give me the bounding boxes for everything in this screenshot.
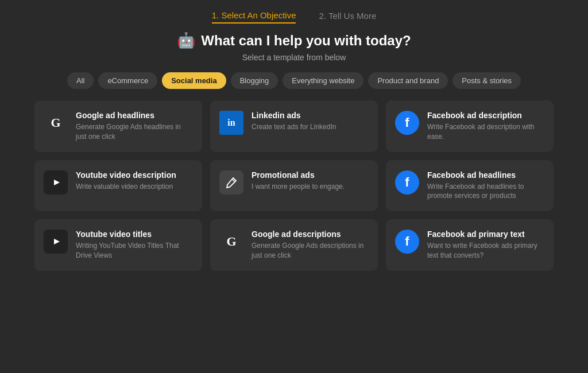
youtube-icon [44, 230, 68, 254]
card-description: Create text ads for LinkedIn [252, 122, 336, 132]
card-google-ad-headlines[interactable]: G Google ad headlines Generate Google Ad… [34, 100, 202, 152]
filter-all[interactable]: All [67, 72, 94, 89]
card-title: Google ad descriptions [252, 230, 369, 239]
card-facebook-ad-description[interactable]: f Facebook ad description Write Facebook… [386, 100, 554, 152]
filter-bar: All eCommerce Social media Blogging Ever… [67, 72, 521, 89]
card-title: Facebook ad headlines [427, 170, 544, 180]
step-1[interactable]: 1. Select An Objective [212, 10, 296, 24]
page-header: 🤖 What can I help you with today? Select… [177, 32, 411, 62]
facebook-icon: f [395, 111, 419, 135]
card-youtube-video-titles[interactable]: Youtube video titles Writing YouTube Vid… [34, 219, 202, 271]
card-title: Facebook ad primary text [427, 230, 544, 239]
youtube-icon [44, 170, 68, 195]
google-icon: G [219, 230, 243, 254]
filter-ecommerce[interactable]: eCommerce [98, 72, 157, 89]
card-title: Google ad headlines [76, 111, 193, 120]
step-2[interactable]: 2. Tell Us More [319, 11, 376, 23]
linkedin-icon: in [219, 111, 243, 135]
card-linkedin-ads[interactable]: in Linkedin ads Create text ads for Link… [210, 100, 378, 152]
card-description: Generate Google Ads headlines in just on… [76, 122, 193, 142]
card-title: Promotional ads [252, 170, 345, 180]
card-youtube-video-description[interactable]: Youtube video description Write valuable… [34, 160, 202, 212]
card-description: Write Facebook ad description with ease. [427, 122, 544, 142]
page-title: What can I help you with today? [201, 33, 411, 49]
card-description: I want more people to engage. [252, 182, 345, 192]
card-description: Want to write Facebook ads primary text … [427, 241, 544, 261]
facebook-icon: f [395, 170, 419, 195]
card-facebook-ad-headlines[interactable]: f Facebook ad headlines Write Facebook a… [386, 160, 554, 212]
card-description: Write valuable video description [76, 182, 176, 192]
robot-icon: 🤖 [177, 32, 195, 49]
page-subtitle: Select a template from below [177, 53, 411, 62]
google-icon: G [44, 111, 68, 135]
card-description: Writing YouTube Video Titles That Drive … [76, 241, 193, 261]
filter-posts-stories[interactable]: Posts & stories [452, 72, 521, 89]
card-title: Youtube video description [76, 170, 176, 180]
pen-icon [219, 170, 243, 195]
card-facebook-ad-primary-text[interactable]: f Facebook ad primary text Want to write… [386, 219, 554, 271]
filter-social-media[interactable]: Social media [162, 72, 226, 89]
card-promotional-ads[interactable]: Promotional ads I want more people to en… [210, 160, 378, 212]
card-description: Generate Google Ads descriptions in just… [252, 241, 369, 261]
filter-everything-website[interactable]: Everything website [283, 72, 363, 89]
card-google-ad-descriptions[interactable]: G Google ad descriptions Generate Google… [210, 219, 378, 271]
filter-product-brand[interactable]: Product and brand [368, 72, 448, 89]
card-title: Facebook ad description [427, 111, 544, 120]
filter-blogging[interactable]: Blogging [231, 72, 278, 89]
facebook-icon: f [395, 230, 419, 254]
card-title: Youtube video titles [76, 230, 193, 239]
cards-grid: G Google ad headlines Generate Google Ad… [34, 100, 554, 271]
card-title: Linkedin ads [252, 111, 336, 120]
card-description: Write Facebook ad headlines to promote s… [427, 182, 544, 201]
steps-nav: 1. Select An Objective 2. Tell Us More [212, 0, 377, 32]
